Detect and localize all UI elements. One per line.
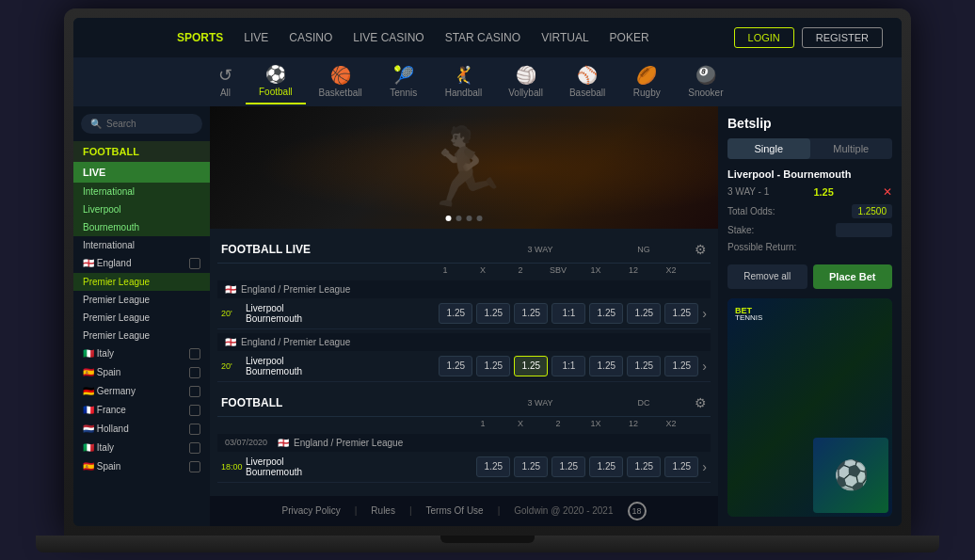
odd-btn-1-6[interactable]: 1.25 <box>627 303 661 324</box>
odd-btn-1-1[interactable]: 1.25 <box>439 303 472 324</box>
snooker-label: Snooker <box>688 88 723 98</box>
sidebar-item-premier3[interactable]: Premier League <box>73 309 210 327</box>
hero-dot-1[interactable] <box>446 216 452 221</box>
betslip-tab-multiple[interactable]: Multiple <box>810 138 893 159</box>
f-odd-btn-3[interactable]: 1.25 <box>551 456 585 477</box>
sidebar-check[interactable] <box>189 424 200 435</box>
tab-handball[interactable]: 🤾 Handball <box>432 59 495 104</box>
tab-tennis[interactable]: 🎾 Tennis <box>376 59 432 104</box>
sidebar-item-spain2[interactable]: 🇪🇸 Spain <box>73 457 210 476</box>
odd-btn-1-3[interactable]: 1.25 <box>514 303 548 324</box>
laptop-base <box>36 536 939 552</box>
sidebar-check[interactable] <box>189 348 200 360</box>
tennis-icon: 🎾 <box>393 65 414 86</box>
sidebar-item-label: Premier League <box>83 277 150 287</box>
sidebar: 🔍 FOOTBALL LIVE International Liverpool <box>73 106 210 526</box>
odd-btn-2-4[interactable]: 1:1 <box>551 356 585 376</box>
nav-link-virtual[interactable]: VIRTUAL <box>541 31 588 44</box>
tab-football[interactable]: ⚽ Football <box>246 58 306 104</box>
sidebar-item-france[interactable]: 🇫🇷 France <box>73 401 210 420</box>
f-odd-btn-1[interactable]: 1.25 <box>476 456 510 477</box>
odd-btn-2-1[interactable]: 1.25 <box>439 356 472 376</box>
sidebar-item-italy2[interactable]: 🇮🇹 Italy <box>73 439 210 457</box>
sidebar-item-international1[interactable]: International <box>73 183 210 200</box>
f-col-x2: X2 <box>654 419 688 428</box>
f-more-odds[interactable]: › <box>702 459 707 474</box>
nav-link-live[interactable]: LIVE <box>244 31 268 44</box>
bet-close-btn[interactable]: ✕ <box>883 185 892 199</box>
hero-dot-2[interactable] <box>456 216 462 221</box>
hero-dot-3[interactable] <box>467 216 472 221</box>
f-odd-btn-4[interactable]: 1.25 <box>589 456 623 477</box>
nav-link-poker[interactable]: POKER <box>610 31 649 44</box>
age-badge: 18 <box>628 502 647 520</box>
sidebar-check[interactable] <box>189 405 200 416</box>
tab-basketball[interactable]: 🏀 Basketball <box>306 59 376 104</box>
f-odd-btn-6[interactable]: 1.25 <box>664 456 698 477</box>
search-input[interactable] <box>106 119 193 129</box>
odd-btn-2-3[interactable]: 1.25 <box>514 356 548 376</box>
nav-link-casino[interactable]: CASINO <box>289 31 332 44</box>
sidebar-item-germany[interactable]: 🇩🇪 Germany <box>73 382 210 401</box>
sidebar-item-label: 🏴󠁧󠁢󠁥󠁮󠁧󠁿 England <box>83 258 131 268</box>
odd-btn-1-5[interactable]: 1.25 <box>589 303 623 324</box>
place-bet-button[interactable]: Place Bet <box>813 264 893 289</box>
privacy-link[interactable]: Privacy Policy <box>282 505 341 516</box>
team1-name-2: Liverpool <box>246 356 435 366</box>
live-section-header: FOOTBALL LIVE 3 WAY NG ⚙ <box>217 236 711 264</box>
sidebar-check[interactable] <box>189 461 200 472</box>
sidebar-check[interactable] <box>189 367 200 378</box>
f-odd-btn-2[interactable]: 1.25 <box>514 456 548 477</box>
match-row-1: 20' Liverpool Bournemouth 1.25 1.25 1.25… <box>217 298 711 329</box>
sidebar-item-spain1[interactable]: 🇪🇸 Spain <box>73 363 210 382</box>
nav-link-live-casino[interactable]: LIVE CASINO <box>353 31 424 44</box>
odd-btn-1-7[interactable]: 1.25 <box>664 303 698 324</box>
sidebar-item-premier4[interactable]: Premier League <box>73 327 210 344</box>
volleyball-icon: 🏐 <box>516 65 536 86</box>
sidebar-item-holland[interactable]: 🇳🇱 Holland <box>73 420 210 439</box>
stake-input[interactable] <box>836 223 892 237</box>
tab-rugby[interactable]: 🏉 Rugby <box>618 59 675 104</box>
f-col-2: 2 <box>541 419 575 428</box>
search-icon: 🔍 <box>90 119 102 129</box>
hero-dot-4[interactable] <box>477 216 483 221</box>
bet-type-label: 3 WAY - 1 <box>727 186 769 197</box>
sidebar-item-bournemouth[interactable]: Bournemouth <box>73 218 210 236</box>
odd-btn-2-2[interactable]: 1.25 <box>476 356 510 376</box>
more-odds-2[interactable]: › <box>702 359 707 374</box>
tab-baseball[interactable]: ⚾ Baseball <box>556 59 618 104</box>
sidebar-item-england[interactable]: 🏴󠁧󠁢󠁥󠁮󠁧󠁿 England <box>73 254 210 273</box>
sidebar-item-international2[interactable]: International <box>73 236 210 254</box>
nav-link-star-casino[interactable]: STAR CASINO <box>445 31 520 44</box>
team1-name: Liverpool <box>246 303 435 313</box>
remove-all-button[interactable]: Remove all <box>727 264 807 289</box>
filter-button[interactable]: ⚙ <box>695 242 707 257</box>
sidebar-item-liverpool[interactable]: Liverpool <box>73 200 210 218</box>
sidebar-check[interactable] <box>189 442 200 454</box>
sidebar-check[interactable] <box>189 386 200 397</box>
odd-btn-2-5[interactable]: 1.25 <box>589 356 623 376</box>
sidebar-check[interactable] <box>189 258 200 269</box>
rules-link[interactable]: Rules <box>371 505 395 516</box>
sidebar-item-italy1[interactable]: 🇮🇹 Italy <box>73 344 210 363</box>
odd-btn-2-7[interactable]: 1.25 <box>664 356 698 376</box>
nav-link-sports[interactable]: SPORTS <box>177 31 223 44</box>
sidebar-item-premier2[interactable]: Premier League <box>73 291 210 309</box>
sidebar-item-premier1[interactable]: Premier League <box>73 273 210 291</box>
tab-volleyball[interactable]: 🏐 Vollyball <box>495 59 556 104</box>
filter-button-2[interactable]: ⚙ <box>695 395 707 410</box>
odd-btn-1-4[interactable]: 1:1 <box>551 303 585 324</box>
odd-btn-1-2[interactable]: 1.25 <box>476 303 510 324</box>
search-box[interactable]: 🔍 <box>81 114 202 134</box>
handball-label: Handball <box>445 88 482 98</box>
register-button[interactable]: REGISTER <box>802 27 883 48</box>
match-date: 03/07/2020 <box>225 438 267 447</box>
more-odds-1[interactable]: › <box>702 306 707 321</box>
login-button[interactable]: LOGIN <box>734 27 794 48</box>
odd-btn-2-6[interactable]: 1.25 <box>627 356 661 376</box>
tab-all[interactable]: ↺ All <box>205 59 246 104</box>
tab-snooker[interactable]: 🎱 Snooker <box>675 59 736 104</box>
terms-link[interactable]: Terms Of Use <box>426 505 484 516</box>
f-odd-btn-5[interactable]: 1.25 <box>627 456 661 477</box>
betslip-tab-single[interactable]: Single <box>727 138 810 159</box>
